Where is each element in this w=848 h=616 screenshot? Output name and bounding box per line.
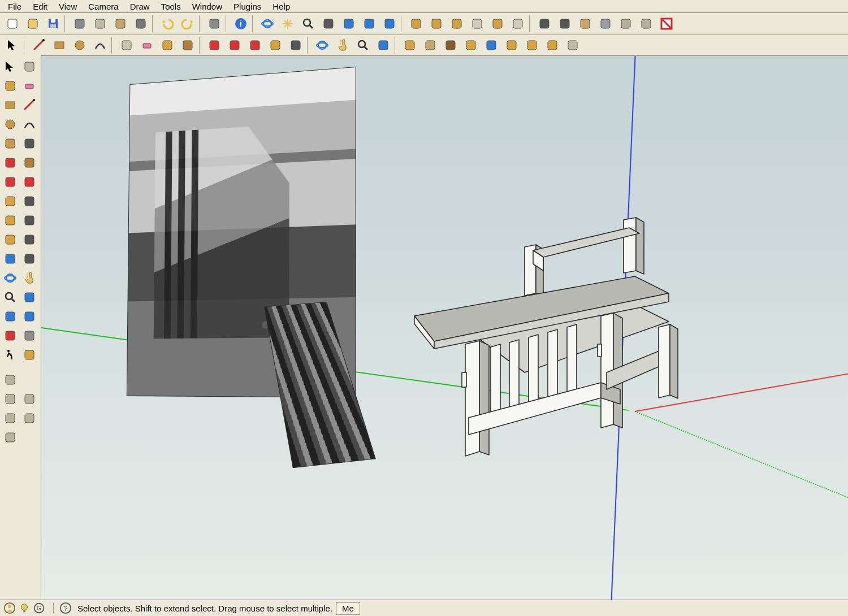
export-icon[interactable]: [522, 36, 542, 54]
zoom-window-icon[interactable]: [319, 15, 338, 33]
line-icon[interactable]: [20, 96, 38, 114]
follow-me-icon[interactable]: [245, 36, 265, 54]
paste-icon[interactable]: [111, 15, 130, 33]
undo-icon[interactable]: [158, 15, 177, 33]
status-lightbulb-icon[interactable]: [18, 602, 31, 614]
layers2-icon[interactable]: [20, 390, 38, 408]
upload-icon[interactable]: [543, 36, 562, 54]
scenes1-icon[interactable]: [1, 409, 19, 427]
zoom-extents-icon[interactable]: [339, 15, 358, 33]
menu-draw[interactable]: Draw: [124, 1, 155, 12]
layers1-icon[interactable]: [1, 390, 19, 408]
face-style-icon[interactable]: [555, 15, 574, 33]
menu-file[interactable]: File: [2, 1, 27, 12]
delete-icon[interactable]: [131, 15, 150, 33]
reference-photo-strip[interactable]: [265, 302, 375, 467]
right-view-icon[interactable]: [468, 15, 487, 33]
pan2-icon[interactable]: [20, 269, 38, 287]
status-human-icon[interactable]: [3, 602, 16, 614]
redo-icon[interactable]: [178, 15, 197, 33]
orbit-tool-icon[interactable]: [313, 36, 332, 54]
previous-view-icon[interactable]: [360, 15, 379, 33]
get-models-icon[interactable]: [482, 36, 501, 54]
next-view-icon[interactable]: [380, 15, 399, 33]
rotate2-icon[interactable]: [1, 173, 19, 191]
front-view-icon[interactable]: [447, 15, 466, 33]
view-guides-icon[interactable]: [637, 15, 656, 33]
offset-tool-icon[interactable]: [286, 36, 305, 54]
position-camera-icon[interactable]: [1, 327, 19, 345]
protractor-icon[interactable]: [1, 231, 19, 249]
select-icon[interactable]: [1, 58, 19, 76]
polygon-icon[interactable]: [1, 135, 19, 153]
back-view-icon[interactable]: [488, 15, 507, 33]
xray-icon[interactable]: [596, 15, 615, 33]
menu-tools[interactable]: Tools: [155, 1, 187, 12]
cut-icon[interactable]: [70, 15, 89, 33]
paint-bucket-icon[interactable]: [158, 36, 177, 54]
previous2-icon[interactable]: [1, 307, 19, 326]
menu-help[interactable]: Help: [267, 1, 296, 12]
place-component-icon[interactable]: [461, 36, 481, 54]
scale2-icon[interactable]: [1, 192, 19, 210]
zoom-tool-icon[interactable]: [353, 36, 373, 54]
view-section-icon[interactable]: [657, 15, 676, 33]
left-view-icon[interactable]: [508, 15, 527, 33]
iso-view-icon[interactable]: [406, 15, 426, 33]
menu-view[interactable]: View: [53, 1, 83, 12]
standard-views-icon[interactable]: [535, 15, 554, 33]
add-location-icon[interactable]: [400, 36, 419, 54]
shadow-settings-icon[interactable]: [576, 15, 595, 33]
arc2-icon[interactable]: [20, 115, 38, 133]
make-component-icon[interactable]: [117, 36, 136, 54]
share-model-icon[interactable]: [441, 36, 460, 54]
circle2-icon[interactable]: [1, 115, 19, 133]
line-tool-icon[interactable]: [29, 36, 49, 54]
move2-icon[interactable]: [1, 154, 19, 172]
zoom2-icon[interactable]: [1, 288, 19, 306]
pan-tool-icon[interactable]: [333, 36, 352, 54]
look-around-icon[interactable]: [20, 327, 38, 345]
menu-plugins[interactable]: Plugins: [228, 1, 267, 12]
outliner-icon[interactable]: [1, 371, 19, 389]
eraser-tool-icon[interactable]: [137, 36, 157, 54]
next2-icon[interactable]: [20, 307, 38, 326]
top-view-icon[interactable]: [427, 15, 446, 33]
text-label-icon[interactable]: [20, 231, 38, 249]
status-geo-icon[interactable]: G: [33, 602, 45, 614]
menu-edit[interactable]: Edit: [27, 1, 53, 12]
zoom-icon[interactable]: [298, 15, 318, 33]
followme2-icon[interactable]: [20, 173, 38, 191]
arc-tool-icon[interactable]: [90, 36, 110, 54]
toggle-terrain-icon[interactable]: [421, 36, 440, 54]
new-file-icon[interactable]: [3, 15, 22, 33]
orbit-icon[interactable]: [258, 15, 277, 33]
paint-icon[interactable]: [1, 77, 19, 95]
open-file-icon[interactable]: [23, 15, 42, 33]
print-icon[interactable]: [205, 15, 224, 33]
pan-icon[interactable]: [278, 15, 297, 33]
menu-window[interactable]: Window: [187, 1, 228, 12]
dimension-icon[interactable]: [20, 211, 38, 229]
zoom-extents-tool-icon[interactable]: [374, 36, 393, 54]
lasso-icon[interactable]: [20, 58, 38, 76]
3dtext-icon[interactable]: [20, 250, 38, 268]
axes-icon[interactable]: [1, 250, 19, 268]
section-plane-icon[interactable]: [20, 346, 38, 364]
zoomextents2-icon[interactable]: [20, 288, 38, 306]
push-pull-icon[interactable]: [178, 36, 197, 54]
eraser-icon[interactable]: [20, 77, 38, 95]
menu-camera[interactable]: Camera: [83, 1, 124, 12]
rectangle-icon[interactable]: [1, 96, 19, 114]
scenes2-icon[interactable]: [20, 409, 38, 427]
3d-warehouse-icon[interactable]: [502, 36, 521, 54]
freehand-icon[interactable]: [20, 135, 38, 153]
select-tool-icon[interactable]: [3, 36, 22, 54]
pushpull2-icon[interactable]: [20, 154, 38, 172]
tape-icon[interactable]: [1, 211, 19, 229]
walk-icon[interactable]: [1, 346, 19, 364]
model-info-icon[interactable]: i: [231, 15, 250, 33]
view-axes-icon[interactable]: [616, 15, 635, 33]
offset2-icon[interactable]: [20, 192, 38, 210]
chair-model[interactable]: [403, 203, 703, 468]
